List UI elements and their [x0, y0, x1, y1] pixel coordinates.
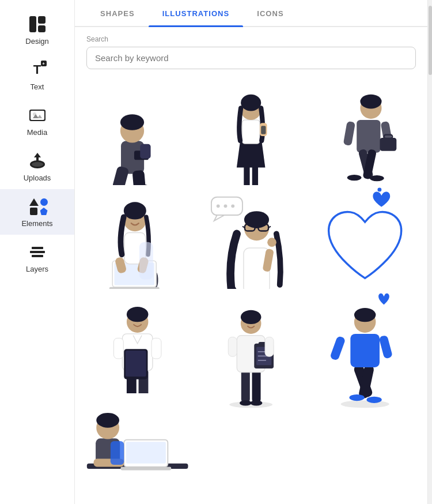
svg-rect-96 [265, 337, 274, 357]
sidebar-item-label-elements: Elements [21, 219, 52, 228]
svg-point-107 [349, 394, 364, 401]
uploads-icon [28, 152, 47, 170]
illustration-card-2[interactable] [196, 81, 305, 201]
svg-point-99 [340, 400, 389, 408]
sidebar-item-media[interactable]: Media [0, 98, 74, 144]
svg-point-25 [241, 95, 261, 111]
svg-point-49 [124, 202, 146, 219]
illustration-card-8[interactable] [196, 289, 305, 409]
sidebar-item-uploads[interactable]: Uploads [0, 144, 74, 189]
svg-rect-23 [242, 120, 260, 144]
svg-rect-102 [350, 334, 380, 367]
tab-shapes[interactable]: SHAPES [86, 0, 149, 26]
svg-rect-38 [380, 138, 396, 151]
scroll-thumb[interactable] [429, 6, 432, 75]
illustration-card-4[interactable] [83, 185, 192, 305]
svg-rect-112 [120, 467, 171, 470]
plus-badge: + [41, 61, 47, 66]
svg-rect-33 [357, 120, 380, 153]
svg-point-32 [360, 95, 381, 109]
svg-marker-22 [237, 141, 266, 167]
svg-point-8 [32, 162, 43, 167]
elements-icon [28, 197, 47, 216]
illustration-card-6[interactable] [310, 185, 419, 305]
svg-point-70 [377, 187, 381, 191]
sidebar-item-label-media: Media [27, 128, 47, 137]
search-input[interactable] [95, 53, 407, 63]
sidebar-item-text[interactable]: + Text [0, 52, 74, 98]
sidebar: Design + Text Media Up [0, 0, 75, 504]
design-icon [28, 15, 47, 33]
sidebar-item-elements[interactable]: Elements [0, 189, 74, 235]
illustration-card-1[interactable] [83, 81, 192, 201]
search-section: Search [75, 27, 427, 75]
svg-rect-52 [139, 242, 153, 279]
svg-point-40 [347, 175, 361, 180]
illustration-card-3[interactable] [310, 81, 419, 201]
media-icon [28, 106, 47, 125]
svg-rect-111 [126, 442, 166, 463]
svg-rect-79 [113, 338, 123, 359]
svg-rect-18 [140, 144, 150, 159]
svg-point-98 [251, 400, 263, 405]
layers-icon [28, 243, 47, 261]
sidebar-item-label-design: Design [25, 37, 48, 46]
tabs-bar: SHAPES ILLUSTRATIONS ICONS [75, 0, 427, 27]
svg-rect-84 [241, 370, 250, 403]
svg-rect-78 [126, 351, 146, 377]
svg-point-55 [217, 204, 220, 208]
search-input-wrap[interactable] [86, 47, 416, 69]
svg-rect-106 [378, 335, 393, 359]
illustrations-grid [75, 75, 427, 504]
svg-rect-27 [262, 126, 266, 134]
svg-point-41 [370, 175, 384, 181]
sidebar-item-layers[interactable]: Layers [0, 235, 74, 280]
svg-rect-95 [229, 337, 237, 357]
sidebar-item-label-layers: Layers [26, 265, 48, 273]
svg-point-68 [267, 238, 276, 247]
svg-point-56 [224, 204, 228, 208]
main-panel: SHAPES ILLUSTRATIONS ICONS Search [75, 0, 427, 504]
illustration-card-10[interactable] [83, 393, 192, 505]
text-icon: + [28, 61, 47, 79]
svg-rect-117 [111, 441, 124, 465]
svg-point-57 [232, 204, 235, 208]
svg-marker-54 [214, 215, 225, 221]
svg-marker-7 [34, 153, 41, 157]
illustration-card-5[interactable] [196, 185, 305, 305]
scrollbar[interactable] [427, 0, 432, 504]
svg-point-115 [96, 412, 119, 427]
svg-rect-36 [343, 121, 355, 146]
svg-rect-105 [329, 336, 346, 361]
svg-point-66 [244, 211, 269, 228]
sidebar-item-label-text: Text [31, 82, 44, 91]
sidebar-item-design[interactable]: Design [0, 7, 74, 52]
svg-rect-85 [252, 370, 261, 403]
svg-point-76 [127, 307, 149, 322]
svg-point-97 [240, 400, 252, 405]
svg-point-12 [120, 114, 144, 130]
sidebar-item-label-uploads: Uploads [24, 174, 51, 182]
svg-point-88 [241, 310, 262, 324]
illustration-card-9[interactable] [310, 289, 419, 409]
svg-point-104 [354, 308, 376, 322]
svg-rect-80 [151, 338, 161, 359]
tab-icons[interactable]: ICONS [243, 0, 297, 26]
svg-rect-1 [31, 111, 44, 120]
illustration-card-7[interactable] [83, 289, 192, 409]
svg-point-108 [366, 397, 381, 403]
tab-illustrations[interactable]: ILLUSTRATIONS [149, 0, 244, 26]
search-label: Search [86, 35, 416, 43]
